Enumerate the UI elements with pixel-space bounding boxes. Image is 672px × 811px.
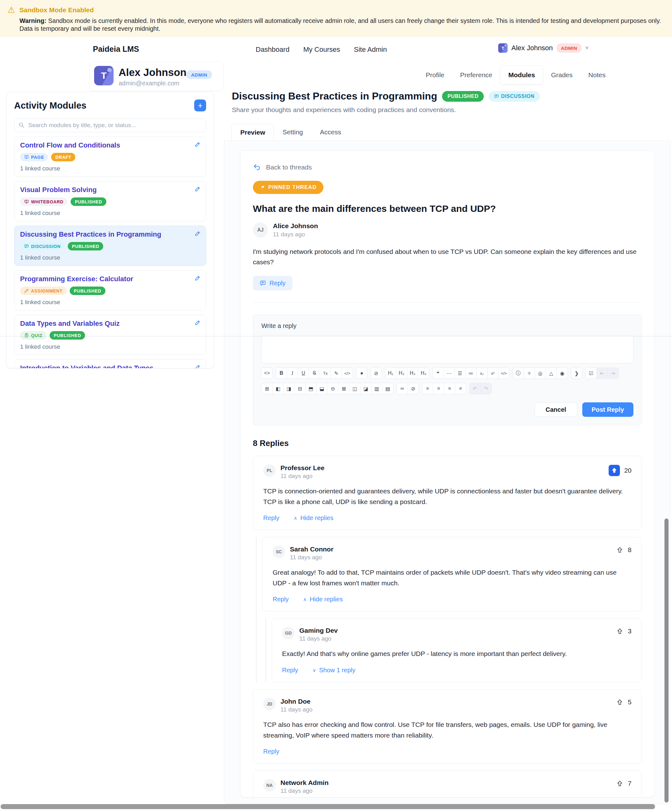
delete-column-icon[interactable]: ⊟ — [294, 383, 306, 394]
nav-my-courses[interactable]: My Courses — [303, 46, 340, 54]
quote-toggle-icon[interactable]: ❯ — [571, 368, 582, 379]
vertical-scrollbar[interactable] — [664, 519, 669, 803]
code-view-icon[interactable]: <> — [261, 368, 273, 379]
upvote-button[interactable] — [609, 465, 620, 476]
superscript-icon[interactable]: x² — [487, 368, 499, 379]
caution-callout-icon[interactable]: ◉ — [557, 368, 568, 379]
tab-preview[interactable]: Preview — [232, 124, 274, 141]
no-color-icon[interactable]: ⊘ — [371, 368, 382, 379]
add-row-before-icon[interactable]: ⬒ — [305, 383, 317, 394]
note-callout-icon[interactable]: ◎ — [535, 368, 546, 379]
header-row-icon[interactable]: ▤ — [382, 383, 393, 394]
subscript-icon[interactable]: x₂ — [476, 368, 487, 379]
cancel-button[interactable]: Cancel — [535, 402, 577, 417]
header-column-icon[interactable]: ▥ — [371, 383, 383, 394]
toggle-replies-link[interactable]: ∨Show 1 reply — [313, 667, 355, 674]
heading1-icon[interactable]: H₁ — [385, 368, 396, 379]
add-column-after-icon[interactable]: ◨ — [283, 383, 295, 394]
module-search-input[interactable] — [14, 118, 206, 132]
add-module-button[interactable]: + — [194, 100, 206, 112]
insert-table-icon[interactable]: ⊞ — [261, 383, 273, 394]
toggle-replies-link[interactable]: ∧Hide replies — [294, 514, 333, 522]
module-item-title[interactable]: Visual Problem Solving — [20, 186, 190, 194]
info-callout-icon[interactable]: ⓘ — [513, 368, 524, 379]
tab-grades[interactable]: Grades — [543, 66, 581, 85]
text-color-icon[interactable]: ● — [356, 368, 367, 379]
unlink-icon[interactable]: ⊘ — [408, 383, 419, 394]
back-to-threads-link[interactable]: Back to threads — [253, 163, 642, 171]
italic-icon[interactable]: I — [287, 368, 298, 379]
code-block-icon[interactable]: </> — [498, 368, 510, 379]
toggle-replies-link[interactable]: ∧Hide replies — [303, 596, 343, 603]
task-list-icon[interactable]: ☑ — [586, 368, 597, 379]
module-list-item[interactable]: Discussing Best Practices in Programming… — [14, 226, 206, 266]
tab-setting[interactable]: Setting — [274, 124, 311, 141]
upvote-button[interactable] — [616, 628, 623, 635]
upvote-button[interactable] — [616, 699, 623, 706]
blockquote-icon[interactable]: ❝ — [432, 368, 443, 379]
edit-module-icon[interactable] — [195, 319, 201, 327]
module-list-item[interactable]: Data Types and Variables Quiz QUIZ PUBLI… — [14, 315, 206, 355]
module-item-title[interactable]: Programming Exercise: Calculator — [20, 275, 190, 283]
bold-icon[interactable]: B — [276, 368, 287, 379]
edit-module-icon[interactable] — [195, 364, 201, 368]
post-reply-button[interactable]: Post Reply — [582, 402, 633, 417]
thread-reply-button[interactable]: Reply — [253, 276, 293, 290]
split-cell-icon[interactable]: ◪ — [360, 383, 371, 394]
delete-table-icon[interactable]: ⊠ — [338, 383, 349, 394]
module-item-title[interactable]: Introduction to Variables and Data Types — [20, 364, 190, 368]
align-center-icon[interactable]: ≡ — [433, 383, 444, 394]
module-item-title[interactable]: Data Types and Variables Quiz — [20, 319, 190, 327]
edit-module-icon[interactable] — [195, 141, 201, 148]
tab-notes[interactable]: Notes — [581, 66, 613, 85]
tab-preference[interactable]: Preference — [452, 66, 500, 85]
edit-module-icon[interactable] — [195, 231, 201, 238]
edit-module-icon[interactable] — [195, 275, 201, 282]
nav-dashboard[interactable]: Dashboard — [256, 46, 289, 54]
module-list-item[interactable]: Visual Problem Solving WHITEBOARD PUBLIS… — [14, 181, 206, 221]
merge-cells-icon[interactable]: ◫ — [349, 383, 361, 394]
clear-format-icon[interactable]: Tx — [320, 368, 331, 379]
inline-code-icon[interactable]: </> — [342, 368, 353, 379]
reply-link[interactable]: Reply — [282, 667, 298, 674]
upvote-button[interactable] — [616, 546, 623, 554]
highlight-icon[interactable]: ✎ — [331, 368, 342, 379]
tab-modules[interactable]: Modules — [500, 65, 543, 85]
align-left-icon[interactable]: ≡ — [422, 383, 433, 394]
reply-link[interactable]: Reply — [263, 748, 279, 755]
heading3-icon[interactable]: H₃ — [407, 368, 418, 379]
module-list-item[interactable]: Programming Exercise: Calculator ASSIGNM… — [14, 270, 206, 310]
module-list-item[interactable]: Control Flow and Conditionals PAGE DRAFT… — [14, 137, 206, 177]
nav-site-admin[interactable]: Site Admin — [354, 46, 387, 54]
user-menu[interactable]: T Alex Johnson ADMIN ˅ — [498, 43, 589, 53]
add-column-before-icon[interactable]: ◧ — [273, 383, 284, 394]
align-justify-icon[interactable]: ≡ — [455, 383, 466, 394]
add-row-after-icon[interactable]: ⬓ — [316, 383, 328, 394]
brand-logo[interactable]: Paideia LMS — [93, 44, 139, 54]
warning-callout-icon[interactable]: △ — [545, 368, 557, 379]
tip-callout-icon[interactable]: ✧ — [524, 368, 535, 379]
module-item-title[interactable]: Control Flow and Conditionals — [20, 141, 190, 149]
reply-textarea[interactable] — [261, 335, 633, 363]
link-icon[interactable]: ∞ — [396, 383, 408, 394]
underline-icon[interactable]: U — [298, 368, 309, 379]
bullet-list-icon[interactable]: ☰ — [454, 368, 465, 379]
ordered-list-icon[interactable]: ≔ — [465, 368, 477, 379]
module-item-title[interactable]: Discussing Best Practices in Programming — [20, 231, 190, 239]
strikethrough-icon[interactable]: S — [309, 368, 320, 379]
upvote-button[interactable] — [616, 780, 623, 787]
heading2-icon[interactable]: H₂ — [396, 368, 407, 379]
tab-profile[interactable]: Profile — [418, 66, 452, 85]
reply-link[interactable]: Reply — [263, 514, 279, 522]
delete-row-icon[interactable]: ⊝ — [327, 383, 339, 394]
module-title: Discussing Best Practices in Programming — [232, 90, 437, 102]
reply-link[interactable]: Reply — [273, 596, 289, 603]
edit-module-icon[interactable] — [195, 186, 201, 193]
module-list-item[interactable]: Introduction to Variables and Data Types… — [14, 360, 206, 368]
horizontal-scrollbar[interactable] — [1, 804, 655, 809]
tab-access[interactable]: Access — [311, 124, 350, 141]
horizontal-rule-icon[interactable]: ⋯ — [443, 368, 455, 379]
align-right-icon[interactable]: ≡ — [444, 383, 455, 394]
reply-children: GD Gaming Dev 11 days ago 3 Exactly! And… — [266, 618, 642, 682]
heading4-icon[interactable]: H₄ — [418, 368, 429, 379]
